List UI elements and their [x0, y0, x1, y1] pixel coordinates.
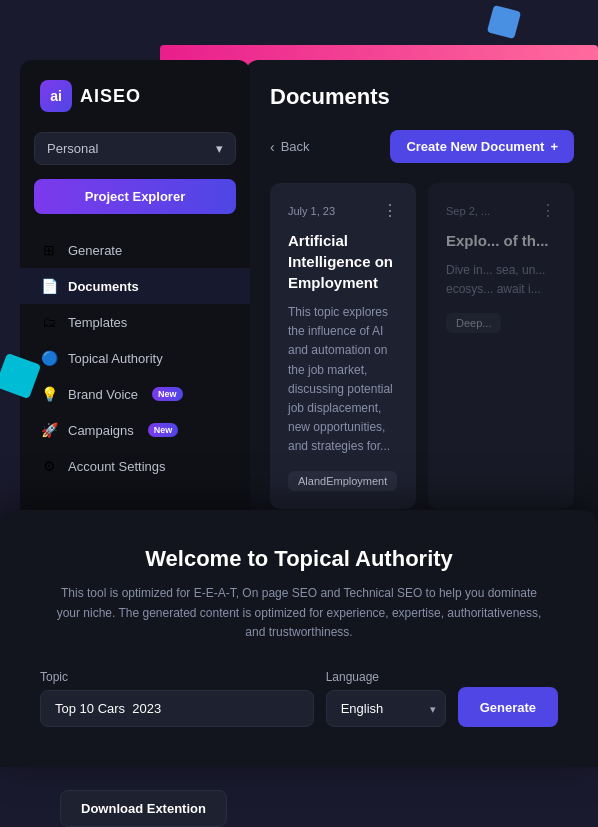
sidebar-item-label: Topical Authority	[68, 351, 163, 366]
topic-input[interactable]	[40, 690, 314, 727]
project-explorer-button[interactable]: Project Explorer	[34, 179, 236, 214]
sidebar-item-label: Templates	[68, 315, 127, 330]
doc-title: Artificial Intelligence on Employment	[288, 230, 398, 293]
language-select-wrapper: English Spanish French German Italian ▾	[326, 690, 446, 727]
sidebar-item-account-settings[interactable]: ⚙ Account Settings	[20, 448, 250, 484]
document-cards-container: July 1, 23 ⋮ Artificial Intelligence on …	[270, 183, 574, 509]
campaigns-badge: New	[148, 423, 179, 437]
chevron-down-icon: ▾	[216, 141, 223, 156]
plus-icon: +	[550, 139, 558, 154]
templates-icon: 🗂	[40, 313, 58, 331]
sidebar-item-documents[interactable]: 📄 Documents	[20, 268, 250, 304]
workspace-dropdown[interactable]: Personal ▾	[34, 132, 236, 165]
sidebar-item-topical-authority[interactable]: 🔵 Topical Authority	[20, 340, 250, 376]
sidebar-logo: ai AISEO	[20, 80, 250, 132]
topic-label: Topic	[40, 670, 314, 684]
topical-authority-icon: 🔵	[40, 349, 58, 367]
blue-diamond-decoration	[487, 5, 521, 39]
sidebar-navigation: ⊞ Generate 📄 Documents 🗂 Templates 🔵 Top…	[20, 232, 250, 484]
generate-icon: ⊞	[40, 241, 58, 259]
documents-panel: Documents ‹ Back Create New Document + J…	[246, 60, 598, 533]
topic-field-group: Topic	[40, 670, 314, 727]
sidebar: ai AISEO Personal ▾ Project Explorer ⊞ G…	[20, 60, 250, 533]
workspace-dropdown-value: Personal	[47, 141, 98, 156]
generate-button[interactable]: Generate	[458, 687, 558, 727]
back-button[interactable]: ‹ Back	[270, 139, 310, 155]
doc-card-header: Sep 2, ... ⋮	[446, 201, 556, 220]
language-field-group: Language English Spanish French German I…	[326, 670, 446, 727]
campaigns-icon: 🚀	[40, 421, 58, 439]
topical-authority-modal: Welcome to Topical Authority This tool i…	[0, 510, 598, 767]
download-extension-button[interactable]: Download Extention	[60, 790, 227, 827]
account-settings-icon: ⚙	[40, 457, 58, 475]
doc-date: July 1, 23	[288, 205, 335, 217]
create-document-button[interactable]: Create New Document +	[390, 130, 574, 163]
sidebar-item-generate[interactable]: ⊞ Generate	[20, 232, 250, 268]
doc-excerpt: Dive in... sea, un... ecosys... await i.…	[446, 261, 556, 299]
doc-menu-icon[interactable]: ⋮	[382, 201, 398, 220]
logo-text: AISEO	[80, 86, 141, 107]
topical-authority-title: Welcome to Topical Authority	[40, 546, 558, 572]
back-arrow-icon: ‹	[270, 139, 275, 155]
doc-card-header: July 1, 23 ⋮	[288, 201, 398, 220]
back-label: Back	[281, 139, 310, 154]
toolbar: ‹ Back Create New Document +	[270, 130, 574, 163]
language-select[interactable]: English Spanish French German Italian	[326, 690, 446, 727]
doc-menu-icon[interactable]: ⋮	[540, 201, 556, 220]
document-card[interactable]: July 1, 23 ⋮ Artificial Intelligence on …	[270, 183, 416, 509]
sidebar-item-label: Generate	[68, 243, 122, 258]
sidebar-item-label: Brand Voice	[68, 387, 138, 402]
topical-authority-description: This tool is optimized for E-E-A-T, On p…	[49, 584, 549, 642]
sidebar-item-templates[interactable]: 🗂 Templates	[20, 304, 250, 340]
language-label: Language	[326, 670, 446, 684]
logo-icon: ai	[40, 80, 72, 112]
sidebar-item-campaigns[interactable]: 🚀 Campaigns New	[20, 412, 250, 448]
doc-excerpt: This topic explores the influence of AI …	[288, 303, 398, 457]
documents-icon: 📄	[40, 277, 58, 295]
brand-voice-icon: 💡	[40, 385, 58, 403]
document-card-partial[interactable]: Sep 2, ... ⋮ Explo... of th... Dive in..…	[428, 183, 574, 509]
doc-tag[interactable]: Deep...	[446, 313, 501, 333]
sidebar-item-label: Campaigns	[68, 423, 134, 438]
topical-authority-form: Topic Language English Spanish French Ge…	[40, 670, 558, 727]
page-title: Documents	[270, 84, 574, 110]
doc-title: Explo... of th...	[446, 230, 556, 251]
main-layout: ai AISEO Personal ▾ Project Explorer ⊞ G…	[20, 60, 598, 533]
create-doc-label: Create New Document	[406, 139, 544, 154]
sidebar-item-label: Account Settings	[68, 459, 166, 474]
sidebar-item-brand-voice[interactable]: 💡 Brand Voice New	[20, 376, 250, 412]
doc-date: Sep 2, ...	[446, 205, 490, 217]
sidebar-item-label: Documents	[68, 279, 139, 294]
brand-voice-badge: New	[152, 387, 183, 401]
doc-tag[interactable]: AlandEmployment	[288, 471, 397, 491]
